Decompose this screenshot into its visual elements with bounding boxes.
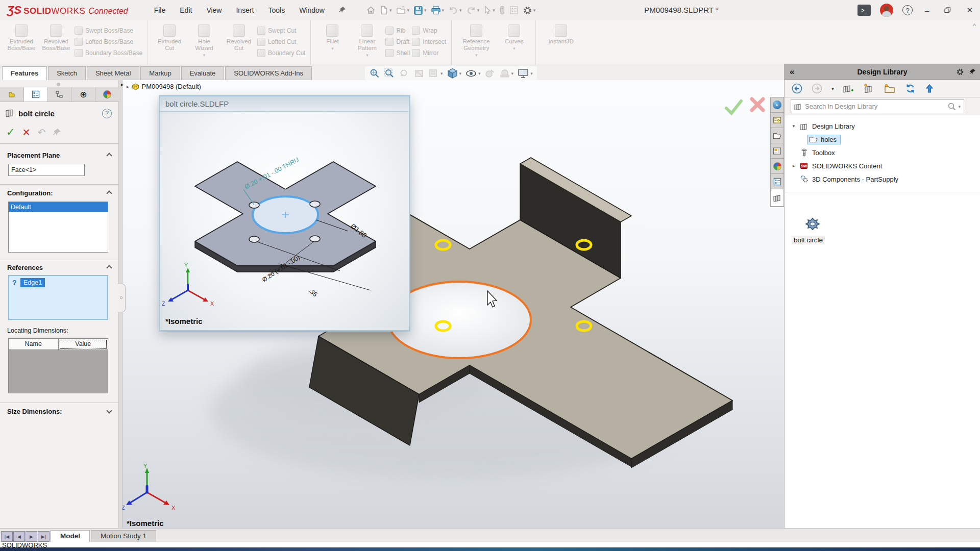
boundary-boss-base-button[interactable]: Boundary Boss/Base bbox=[75, 48, 142, 58]
locating-column-name[interactable]: Name bbox=[9, 339, 59, 350]
nav-prev-button[interactable]: ◀ bbox=[13, 531, 25, 542]
locating-column-value[interactable]: Value bbox=[59, 339, 108, 350]
display-style-dropdown[interactable]: ▾ bbox=[478, 71, 481, 76]
menu-pin-icon[interactable] bbox=[333, 3, 352, 18]
references-header[interactable]: References bbox=[7, 264, 43, 271]
tab-view-palette[interactable] bbox=[771, 143, 783, 159]
panel-collapse-tab[interactable] bbox=[118, 284, 126, 312]
configuration-collapse-icon[interactable] bbox=[106, 190, 112, 196]
close-button[interactable]: ✕ bbox=[963, 6, 976, 15]
placement-plane-collapse-icon[interactable] bbox=[106, 153, 112, 158]
cancel-button[interactable]: ✕ bbox=[22, 127, 31, 138]
fillet-dropdown[interactable]: ▾ bbox=[331, 46, 334, 51]
select-button[interactable]: ▾ bbox=[482, 4, 496, 16]
open-button[interactable]: ▾ bbox=[395, 4, 411, 16]
revolved-boss-base-button[interactable]: RevolvedBoss/Base bbox=[40, 23, 72, 52]
view-settings-icon[interactable]: ▾ bbox=[517, 68, 533, 79]
scene-dropdown[interactable]: ▾ bbox=[511, 71, 514, 76]
references-selection-box[interactable]: ? Edge1 bbox=[8, 275, 108, 320]
shell-button[interactable]: Shell bbox=[385, 48, 410, 58]
feature-tree-root-label[interactable]: PM009498 (Default) bbox=[142, 83, 201, 90]
tab-evaluate[interactable]: Evaluate bbox=[181, 66, 225, 80]
placement-plane-header[interactable]: Placement Plane bbox=[7, 152, 60, 159]
restore-button[interactable] bbox=[941, 6, 954, 15]
tree-label-holes[interactable]: holes bbox=[821, 136, 837, 143]
rib-button[interactable]: Rib bbox=[385, 26, 410, 35]
nav-first-button[interactable]: |◀ bbox=[1, 531, 13, 542]
save-dropdown[interactable]: ▾ bbox=[424, 8, 427, 13]
lofted-boss-base-button[interactable]: Lofted Boss/Base bbox=[75, 37, 142, 46]
instant3d-button[interactable]: Instant3D bbox=[541, 23, 581, 45]
annotation-visibility-dropdown[interactable]: ▾ bbox=[440, 71, 443, 76]
tree-label-sw-content[interactable]: SOLIDWORKS Content bbox=[812, 162, 882, 170]
tab-feature-manager[interactable] bbox=[0, 87, 24, 102]
placement-plane-value[interactable]: Face<1> bbox=[8, 164, 85, 176]
size-dimensions-header[interactable]: Size Dimensions: bbox=[7, 408, 62, 415]
library-item-label[interactable]: bolt circle bbox=[792, 236, 825, 244]
hole-wizard-dropdown[interactable]: ▾ bbox=[203, 53, 206, 58]
scene-icon[interactable]: ▾ bbox=[499, 68, 514, 79]
nav-last-button[interactable]: ▶| bbox=[38, 531, 50, 542]
mirror-button[interactable]: Mirror bbox=[412, 48, 446, 58]
extruded-boss-base-button[interactable]: ExtrudedBoss/Base bbox=[5, 23, 38, 52]
move-up-button[interactable] bbox=[925, 84, 934, 94]
library-item-bolt-circle[interactable]: bolt circle bbox=[785, 217, 846, 244]
tree-item-solidworks-content[interactable]: ▸ SW SOLIDWORKS Content bbox=[785, 159, 980, 172]
display-style-icon[interactable]: ▾ bbox=[465, 68, 481, 79]
print-dropdown[interactable]: ▾ bbox=[442, 8, 445, 13]
library-history-dropdown[interactable]: ▾ bbox=[831, 86, 834, 91]
new-document-button[interactable]: ▾ bbox=[379, 4, 393, 16]
zoom-area-icon[interactable] bbox=[384, 68, 395, 79]
nav-next-button[interactable]: ▶ bbox=[26, 531, 37, 542]
preview-window-title[interactable]: bolt circle.SLDLFP bbox=[160, 96, 409, 112]
section-view-icon[interactable] bbox=[413, 68, 425, 79]
tab-markup[interactable]: Markup bbox=[140, 66, 180, 80]
tab-model[interactable]: Model bbox=[51, 530, 90, 542]
extruded-cut-button[interactable]: ExtrudedCut bbox=[153, 23, 186, 52]
flyout-tree-arrow[interactable]: ▸ bbox=[121, 82, 124, 87]
panel-resize-handle[interactable] bbox=[57, 83, 60, 86]
menu-tools[interactable]: Tools bbox=[263, 3, 291, 18]
locating-dimensions-table[interactable]: Name Value bbox=[8, 338, 108, 393]
search-icon[interactable] bbox=[947, 102, 957, 111]
tree-item-toolbox[interactable]: Toolbox bbox=[785, 146, 980, 159]
references-collapse-icon[interactable] bbox=[106, 265, 112, 270]
swept-cut-button[interactable]: Swept Cut bbox=[257, 26, 305, 35]
fillet-button[interactable]: Fillet▾ bbox=[316, 23, 349, 51]
task-pane-options-gear-icon[interactable] bbox=[956, 68, 964, 76]
search-dropdown[interactable]: ▾ bbox=[958, 104, 961, 109]
options-gear-button[interactable]: ▾ bbox=[522, 4, 537, 17]
tab-3dexperience[interactable]: ▸ bbox=[771, 97, 783, 113]
library-preview-window[interactable]: bolt circle.SLDLFP bbox=[159, 95, 410, 331]
tab-design-library[interactable] bbox=[771, 189, 783, 207]
menu-file[interactable]: File bbox=[149, 3, 172, 18]
open-dropdown[interactable]: ▾ bbox=[407, 8, 410, 13]
select-dropdown[interactable]: ▾ bbox=[493, 8, 495, 13]
lofted-cut-button[interactable]: Lofted Cut bbox=[257, 37, 305, 46]
swept-boss-base-button[interactable]: Swept Boss/Base bbox=[75, 26, 142, 35]
view-orientation-icon[interactable]: ▾ bbox=[447, 67, 462, 79]
print-button[interactable]: ▾ bbox=[430, 4, 446, 16]
intersect-button[interactable]: Intersect bbox=[412, 37, 446, 46]
tab-property-manager[interactable] bbox=[24, 87, 48, 102]
tab-configuration-manager[interactable] bbox=[48, 87, 72, 102]
revolved-cut-button[interactable]: RevolvedCut bbox=[223, 23, 255, 52]
feature-tree-root[interactable]: ▸ PM009498 (Default) bbox=[127, 83, 201, 90]
linear-pattern-dropdown[interactable]: ▾ bbox=[366, 53, 369, 58]
tab-solidworks-add-ins[interactable]: SOLIDWORKS Add-Ins bbox=[225, 66, 312, 80]
menu-edit[interactable]: Edit bbox=[174, 3, 198, 18]
configuration-option-default[interactable]: Default bbox=[9, 202, 108, 212]
tab-motion-study[interactable]: Motion Study 1 bbox=[91, 530, 156, 542]
tab-appearances-scenes[interactable] bbox=[771, 159, 783, 174]
view-orientation-dropdown[interactable]: ▾ bbox=[459, 71, 462, 76]
library-back-button[interactable] bbox=[792, 83, 802, 94]
menu-view[interactable]: View bbox=[201, 3, 227, 18]
tab-display-manager[interactable] bbox=[95, 87, 119, 102]
new-document-dropdown[interactable]: ▾ bbox=[389, 8, 392, 13]
bolt-circle-thumbnail-icon[interactable] bbox=[805, 217, 820, 233]
draft-button[interactable]: Draft bbox=[385, 37, 410, 46]
tab-solidworks-resources[interactable] bbox=[771, 113, 783, 128]
annotation-visibility-icon[interactable]: ▾ bbox=[428, 68, 443, 79]
reference-edge-item[interactable]: Edge1 bbox=[20, 278, 45, 287]
tab-dimxpert-manager[interactable]: ⊕ bbox=[71, 87, 95, 102]
